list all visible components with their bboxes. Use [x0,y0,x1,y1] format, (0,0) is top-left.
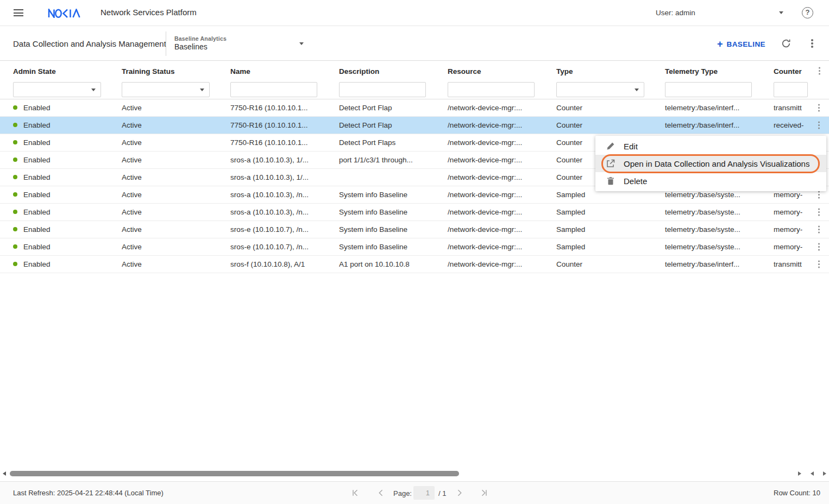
row-actions-icon[interactable] [818,194,820,196]
row-actions-icon[interactable] [818,229,820,230]
cell-resource: /network-device-mgr:... [448,256,556,273]
table-row[interactable]: EnabledActive7750-R16 (10.10.10.1...Dete… [0,99,829,117]
filter-cell-counter [774,82,816,97]
column-header-name[interactable]: Name [230,67,339,75]
row-actions-icon[interactable] [818,211,820,213]
help-icon[interactable]: ? [802,7,813,18]
column-settings-icon[interactable] [819,70,820,72]
column-pan-left-icon[interactable] [811,471,814,476]
table-row[interactable]: EnabledActivesros-e (10.10.10.7), /n...S… [0,238,829,256]
cell-training-status: Active [122,256,230,273]
hamburger-menu-icon[interactable] [14,9,23,17]
previous-page-icon[interactable] [377,489,385,497]
open-in-new-icon [606,159,616,168]
cell-training-status: Active [122,152,230,168]
cell-resource: /network-device-mgr:... [448,99,556,116]
toolbar: Data Collection and Analysis Management … [0,26,829,61]
view-picker-caret-icon[interactable] [299,42,304,45]
cell-name: sros-a (10.10.10.3), /n... [230,186,339,203]
filter-admin-state-select[interactable] [13,82,101,97]
horizontal-scrollbar-thumb[interactable] [10,471,459,476]
column-header-description[interactable]: Description [339,67,448,75]
column-header-telemetry-type[interactable]: Telemetry Type [665,67,774,75]
view-picker-value[interactable]: Baselines [174,42,208,51]
filter-cell-type [556,82,665,97]
filter-counter-input[interactable] [774,82,808,97]
page-title: Data Collection and Analysis Management [13,39,166,48]
user-menu-caret-icon[interactable] [779,11,783,14]
column-header-admin-state[interactable]: Admin State [13,67,122,75]
first-page-icon[interactable] [351,489,359,497]
row-actions-icon[interactable] [818,246,820,248]
column-header-training-status[interactable]: Training Status [122,67,230,75]
cell-training-status: Active [122,99,230,116]
table-row[interactable]: EnabledActivesros-a (10.10.10.3), /n...S… [0,204,829,221]
toolbar-divider [166,32,166,56]
cell-description: Detect Port Flaps [339,134,448,151]
page-number-input[interactable]: 1 [413,486,435,500]
user-menu-label[interactable]: User: admin [656,9,695,17]
cell-resource: /network-device-mgr:... [448,186,556,203]
cell-name: sros-e (10.10.10.7), /n... [230,221,339,238]
cell-resource: /network-device-mgr:... [448,221,556,238]
cell-description: Detect Port Flap [339,99,448,116]
cell-admin-state: Enabled [13,256,122,273]
cell-counter: memory- [774,238,816,255]
row-actions-icon[interactable] [818,263,820,265]
cell-resource: /network-device-mgr:... [448,152,556,168]
pencil-icon [606,141,616,151]
filter-cell-description [339,82,448,97]
row-context-menu: Edit Open in Data Collection and Analysi… [595,136,826,191]
menu-item-label: Delete [624,177,647,186]
filter-resource-input[interactable] [448,82,535,97]
table-filter-row [0,82,829,97]
status-dot [13,158,17,162]
status-dot [13,192,17,197]
filter-cell-telemetry-type [665,82,774,97]
table-row[interactable]: EnabledActive7750-R16 (10.10.10.1...Dete… [0,117,829,134]
cell-resource: /network-device-mgr:... [448,238,556,255]
add-baseline-button[interactable]: + BASELINE [717,38,765,50]
cell-description: port 1/1/c3/1 through... [339,152,448,168]
cell-description: System info Baseline [339,221,448,238]
table-row[interactable]: EnabledActivesros-f (10.10.10.8), A/1A1 … [0,256,829,273]
filter-training-status-select[interactable] [122,82,210,97]
filter-description-input[interactable] [339,82,426,97]
menu-item-edit[interactable]: Edit [595,137,826,155]
status-dot [13,244,17,249]
column-header-counter[interactable]: Counter [774,67,816,75]
cell-counter: memory- [774,204,816,220]
view-picker-label: Baseline Analytics [174,35,227,42]
filter-name-input[interactable] [230,82,317,97]
cell-name: 7750-R16 (10.10.10.1... [230,117,339,134]
filter-type-select[interactable] [556,82,644,97]
chevron-down-icon [200,89,204,91]
row-actions-icon[interactable] [818,107,820,109]
refresh-icon[interactable] [781,38,792,49]
row-actions-icon[interactable] [818,124,820,126]
cell-admin-state: Enabled [13,169,122,186]
cell-name: sros-f (10.10.10.8), A/1 [230,256,339,273]
menu-item-delete[interactable]: Delete [595,172,826,190]
column-header-type[interactable]: Type [556,67,665,75]
filter-telemetry-type-input[interactable] [665,82,752,97]
hscroll-left-arrow-icon[interactable] [3,471,6,476]
cell-admin-state: Enabled [13,152,122,168]
page-label: Page: [393,489,412,497]
cell-admin-state: Enabled [13,186,122,203]
cell-admin-state: Enabled [13,117,122,134]
cell-description: Detect Port Flap [339,117,448,134]
hscroll-right-arrow-icon[interactable] [798,471,801,476]
table-row[interactable]: EnabledActivesros-e (10.10.10.7), /n...S… [0,221,829,238]
chevron-down-icon [91,89,96,91]
menu-item-open-in-visualizations[interactable]: Open in Data Collection and Analysis Vis… [595,155,826,172]
next-page-icon[interactable] [455,489,463,497]
last-page-icon[interactable] [480,489,488,497]
status-dot [13,123,17,127]
cell-name: sros-a (10.10.10.3), 1/... [230,152,339,168]
column-pan-right-icon[interactable] [823,471,826,476]
status-dot [13,262,17,266]
column-header-resource[interactable]: Resource [448,67,556,75]
cell-counter: received- [774,117,816,134]
toolbar-more-options-icon[interactable] [811,42,813,45]
